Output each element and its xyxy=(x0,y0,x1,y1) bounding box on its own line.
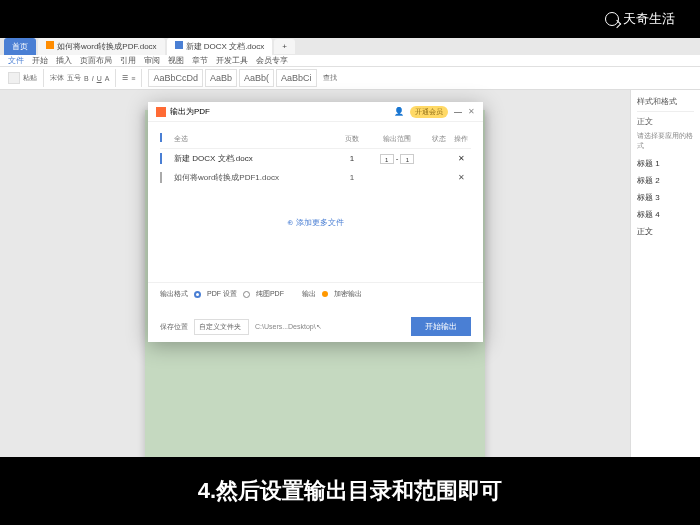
menu-item[interactable]: 审阅 xyxy=(144,55,160,66)
col-pages-label: 页数 xyxy=(337,134,367,144)
menu-item[interactable]: 会员专享 xyxy=(256,55,288,66)
user-avatar[interactable]: 👤 xyxy=(394,107,404,116)
heading-option[interactable]: 标题 4 xyxy=(637,206,694,223)
col-action-label: 操作 xyxy=(451,134,471,144)
heading-option[interactable]: 标题 1 xyxy=(637,155,694,172)
styles-panel: 样式和格式 正文 请选择要应用的格式 标题 1 标题 2 标题 3 标题 4 正… xyxy=(630,90,700,510)
underline-button[interactable]: U xyxy=(97,75,102,82)
menu-file[interactable]: 文件 xyxy=(8,55,24,66)
dialog-body: 全选 页数 输出范围 状态 操作 新建 DOCX 文档.docx 1 1-1 ✕… xyxy=(148,122,483,282)
dialog-titlebar: 输出为PDF 👤 开通会员 — ✕ xyxy=(148,102,483,122)
imagepdf-option-label: 纯图PDF xyxy=(256,289,284,299)
word-icon xyxy=(175,41,183,49)
pdf-option-label: PDF 设置 xyxy=(207,289,237,299)
pdf-icon xyxy=(156,107,166,117)
normal-option[interactable]: 正文 xyxy=(637,223,694,240)
file-name: 如何将word转换成PDF1.docx xyxy=(174,172,337,183)
col-status-label: 状态 xyxy=(427,134,451,144)
current-style: 正文 xyxy=(637,116,694,127)
style-h3[interactable]: AaBbCi xyxy=(276,69,317,87)
remove-file-button[interactable]: ✕ xyxy=(451,154,471,163)
file-checkbox[interactable] xyxy=(160,153,162,164)
style-h2[interactable]: AaBb( xyxy=(239,69,274,87)
paste-button[interactable] xyxy=(8,72,20,84)
vip-dot-icon xyxy=(322,291,328,297)
cursor-icon: ↖ xyxy=(316,323,322,330)
dialog-footer: 保存位置 自定义文件夹 C:\Users...Desktop\↖ 开始输出 xyxy=(148,311,483,342)
menu-item[interactable]: 章节 xyxy=(192,55,208,66)
ribbon-toolbar: 粘贴 宋体 五号 B I U A ☰ ≡ AaBbCcDd AaBb AaBb(… xyxy=(0,67,700,90)
font-select[interactable]: 宋体 xyxy=(50,73,64,83)
pdf-icon xyxy=(46,41,54,49)
col-range-label: 输出范围 xyxy=(367,134,427,144)
save-path-display[interactable]: C:\Users...Desktop\↖ xyxy=(255,323,405,331)
tab-add[interactable]: + xyxy=(274,39,295,54)
export-pdf-dialog: 输出为PDF 👤 开通会员 — ✕ 全选 页数 输出范围 状态 操作 新建 DO… xyxy=(148,102,483,342)
list-button[interactable]: ☰ xyxy=(122,74,128,82)
magnifier-icon xyxy=(605,12,619,26)
save-mode-select[interactable]: 自定义文件夹 xyxy=(194,319,249,335)
save-location-label: 保存位置 xyxy=(160,322,188,332)
menu-item[interactable]: 开始 xyxy=(32,55,48,66)
heading-option[interactable]: 标题 3 xyxy=(637,189,694,206)
tab-doc1[interactable]: 如何将word转换成PDF.docx xyxy=(38,38,165,55)
paste-label: 粘贴 xyxy=(23,73,37,83)
file-row[interactable]: 新建 DOCX 文档.docx 1 1-1 ✕ xyxy=(160,149,471,168)
select-all-checkbox[interactable] xyxy=(160,133,162,142)
file-list-header: 全选 页数 输出范围 状态 操作 xyxy=(160,130,471,149)
add-file-link[interactable]: ⊕ 添加更多文件 xyxy=(160,217,471,228)
menu-item[interactable]: 开发工具 xyxy=(216,55,248,66)
style-normal[interactable]: AaBbCcDd xyxy=(148,69,203,87)
heading-option[interactable]: 标题 2 xyxy=(637,172,694,189)
style-h1[interactable]: AaBb xyxy=(205,69,237,87)
output-opt-label: 输出 xyxy=(302,289,316,299)
italic-button[interactable]: I xyxy=(92,75,94,82)
panel-title: 样式和格式 xyxy=(637,96,694,112)
align-button[interactable]: ≡ xyxy=(131,75,135,82)
bold-button[interactable]: B xyxy=(84,75,89,82)
file-row[interactable]: 如何将word转换成PDF1.docx 1 ✕ xyxy=(160,168,471,187)
brand-watermark: 天奇生活 xyxy=(605,10,675,28)
close-button[interactable]: ✕ xyxy=(468,107,475,116)
export-button[interactable]: 开始输出 xyxy=(411,317,471,336)
file-name: 新建 DOCX 文档.docx xyxy=(174,153,337,164)
encrypt-option[interactable]: 加密输出 xyxy=(334,289,362,299)
document-tabbar: 首页 如何将word转换成PDF.docx 新建 DOCX 文档.docx + xyxy=(0,38,700,55)
file-pages: 1 xyxy=(337,173,367,182)
menu-item[interactable]: 页面布局 xyxy=(80,55,112,66)
page-range-input[interactable]: 1-1 xyxy=(367,154,427,164)
tab-doc2[interactable]: 新建 DOCX 文档.docx xyxy=(167,38,273,55)
font-more[interactable]: A xyxy=(105,75,110,82)
size-select[interactable]: 五号 xyxy=(67,73,81,83)
menu-item[interactable]: 引用 xyxy=(120,55,136,66)
tutorial-caption: 4.然后设置输出目录和范围即可 xyxy=(198,476,502,506)
style-gallery[interactable]: AaBbCcDd AaBb AaBb( AaBbCi xyxy=(148,69,316,87)
menu-item[interactable]: 视图 xyxy=(168,55,184,66)
menu-item[interactable]: 插入 xyxy=(56,55,72,66)
dialog-title-text: 输出为PDF xyxy=(170,106,210,117)
menubar: 文件 开始 插入 页面布局 引用 审阅 视图 章节 开发工具 会员专享 xyxy=(0,55,700,67)
col-name-label: 全选 xyxy=(174,135,188,142)
dialog-options: 输出格式 PDF 设置 纯图PDF 输出 加密输出 xyxy=(148,282,483,311)
output-format-label: 输出格式 xyxy=(160,289,188,299)
pdf-radio[interactable] xyxy=(194,291,201,298)
file-pages: 1 xyxy=(337,154,367,163)
vip-badge[interactable]: 开通会员 xyxy=(410,106,448,118)
file-checkbox[interactable] xyxy=(160,172,162,183)
find-button[interactable]: 查找 xyxy=(323,73,337,83)
minimize-button[interactable]: — xyxy=(454,107,462,116)
panel-hint: 请选择要应用的格式 xyxy=(637,131,694,151)
remove-file-button[interactable]: ✕ xyxy=(451,173,471,182)
brand-text: 天奇生活 xyxy=(623,10,675,28)
tab-home[interactable]: 首页 xyxy=(4,38,36,55)
image-pdf-radio[interactable] xyxy=(243,291,250,298)
